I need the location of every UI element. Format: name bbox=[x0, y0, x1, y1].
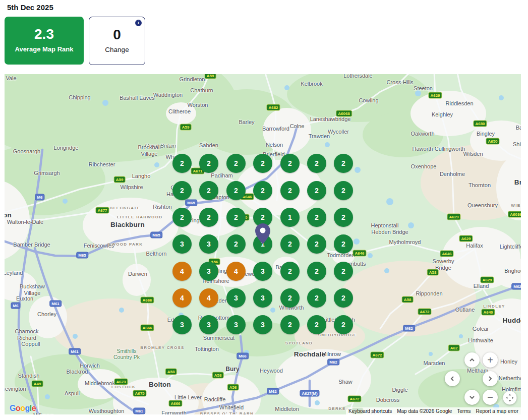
chevron-right-icon bbox=[487, 375, 494, 382]
change-value: 0 bbox=[89, 27, 145, 43]
change-card: i 0 Change bbox=[89, 17, 145, 65]
chevron-up-icon bbox=[468, 356, 476, 364]
move-icon bbox=[506, 394, 514, 402]
change-label: Change bbox=[89, 46, 145, 53]
google-logo-letter: e bbox=[32, 404, 36, 412]
map-controls-layer: +− bbox=[5, 74, 521, 414]
pan-down-button[interactable] bbox=[464, 390, 480, 405]
pan-mode-button[interactable] bbox=[503, 391, 517, 405]
chevron-down-icon bbox=[468, 394, 476, 401]
google-logo-letter: o bbox=[20, 404, 25, 412]
google-logo[interactable]: Google bbox=[10, 404, 36, 413]
terms-link[interactable]: Terms bbox=[454, 408, 473, 414]
average-map-rank-value: 2.3 bbox=[5, 27, 84, 42]
zoom-out-button[interactable]: − bbox=[483, 390, 498, 405]
plus-icon: + bbox=[487, 355, 493, 365]
info-icon[interactable]: i bbox=[135, 20, 142, 26]
keyboard-shortcuts-link[interactable]: Keyboard shortcuts bbox=[346, 408, 394, 414]
date-heading: 5th Dec 2025 bbox=[7, 3, 53, 12]
map-data-text: Map data ©2026 Google bbox=[394, 408, 454, 414]
average-map-rank-card: 2.3 Average Map Rank bbox=[5, 17, 84, 65]
zoom-in-button[interactable]: + bbox=[483, 352, 498, 368]
minus-icon: − bbox=[487, 392, 493, 402]
pan-up-button[interactable] bbox=[464, 352, 480, 368]
page: 5th Dec 2025 2.3 Average Map Rank i 0 Ch… bbox=[0, 0, 528, 420]
google-logo-letter: o bbox=[16, 404, 20, 412]
map-attribution: Keyboard shortcuts Map data ©2026 Google… bbox=[346, 407, 521, 414]
google-logo-letter: G bbox=[10, 404, 16, 412]
google-logo-letter: g bbox=[25, 404, 30, 412]
map[interactable]: ValeGrindletonChatburnWaddingtonBashall … bbox=[5, 74, 521, 414]
report-map-error-link[interactable]: Report a map error bbox=[474, 408, 521, 414]
average-map-rank-label: Average Map Rank bbox=[5, 45, 84, 53]
pan-left-button[interactable] bbox=[445, 371, 460, 386]
chevron-left-icon bbox=[449, 375, 456, 382]
pan-right-button[interactable] bbox=[483, 371, 498, 386]
